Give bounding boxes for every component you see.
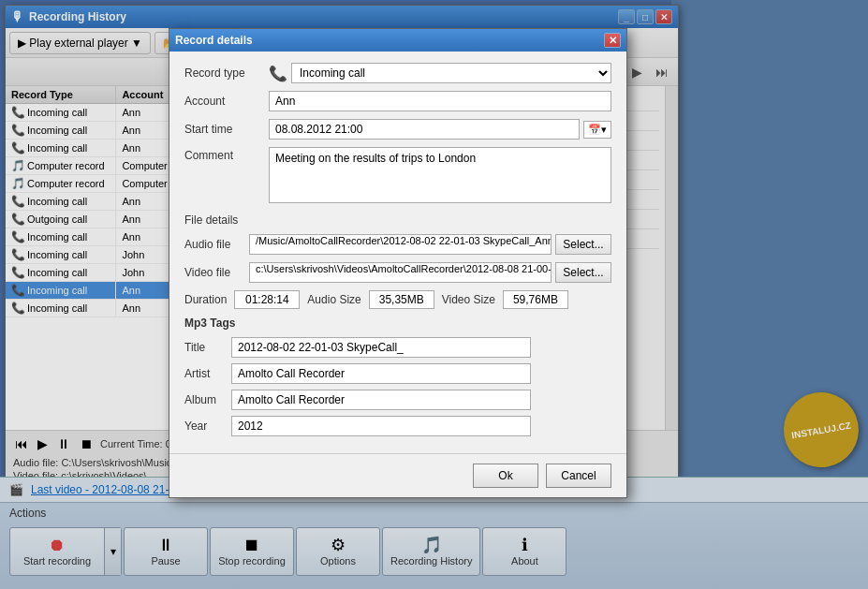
audio-select-button[interactable]: Select...	[555, 234, 611, 255]
dialog-ok-button[interactable]: Ok	[473, 464, 538, 488]
audio-size-value: 35,35MB	[369, 290, 434, 309]
album-row: Album	[184, 390, 611, 410]
audio-size-label: Audio Size	[307, 293, 360, 306]
record-type-control: 📞 Incoming call	[269, 63, 611, 83]
duration-value: 01:28:14	[234, 290, 300, 309]
duration-label: Duration	[184, 293, 227, 306]
mp3-tags-section: Mp3 Tags Title Artist Album Year	[184, 317, 611, 436]
comment-row: Comment Meeting on the results of trips …	[184, 147, 611, 206]
comment-control: Meeting on the results of trips to Londo…	[269, 147, 611, 206]
record-type-label: Record type	[184, 66, 269, 80]
video-file-row: Video file c:\Users\skrivosh\Videos\Amol…	[184, 262, 611, 283]
account-control	[269, 91, 611, 111]
dialog-overlay: Record details ✕ Record type 📞 Incoming …	[0, 0, 868, 589]
video-size-value: 59,76MB	[503, 290, 568, 309]
record-type-row: Record type 📞 Incoming call	[184, 63, 611, 83]
duration-row: Duration 01:28:14 Audio Size 35,35MB Vid…	[184, 290, 611, 309]
artist-row: Artist	[184, 363, 611, 384]
record-details-dialog: Record details ✕ Record type 📞 Incoming …	[169, 28, 627, 498]
video-select-button[interactable]: Select...	[555, 262, 611, 283]
title-row: Title	[184, 337, 611, 358]
record-type-icon: 📞	[269, 65, 287, 82]
audio-file-row: Audio file /Music/AmoltoCallRecorder\201…	[184, 234, 611, 255]
artist-input[interactable]	[231, 363, 531, 384]
account-row: Account	[184, 91, 611, 111]
audio-file-path: /Music/AmoltoCallRecorder\2012-08-02 22-…	[249, 234, 552, 255]
dialog-buttons: Ok Cancel	[169, 453, 626, 497]
dialog-title: Record details	[175, 34, 604, 47]
file-details-label: File details	[184, 214, 611, 227]
year-row: Year	[184, 416, 611, 436]
year-label: Year	[184, 420, 231, 433]
comment-textarea[interactable]: Meeting on the results of trips to Londo…	[269, 147, 611, 203]
album-label: Album	[184, 393, 231, 406]
record-type-select[interactable]: Incoming call	[291, 63, 611, 83]
video-file-path: c:\Users\skrivosh\Videos\AmoltoCallRecor…	[249, 262, 552, 283]
start-time-row: Start time 📅▾	[184, 119, 611, 140]
dialog-cancel-button[interactable]: Cancel	[546, 464, 611, 488]
dialog-close-button[interactable]: ✕	[604, 33, 621, 48]
start-time-input[interactable]	[269, 119, 580, 140]
album-input[interactable]	[231, 390, 531, 410]
title-label: Title	[184, 341, 231, 354]
comment-label: Comment	[184, 147, 269, 162]
year-input[interactable]	[231, 416, 531, 436]
dialog-titlebar: Record details ✕	[169, 29, 626, 52]
mp3-tags-label: Mp3 Tags	[184, 317, 611, 330]
account-label: Account	[184, 95, 269, 108]
account-input[interactable]	[269, 91, 611, 111]
start-time-label: Start time	[184, 123, 269, 136]
dialog-content: Record type 📞 Incoming call Account	[169, 52, 626, 453]
calendar-btn[interactable]: 📅▾	[583, 121, 611, 139]
artist-label: Artist	[184, 367, 231, 380]
file-details-section: File details Audio file /Music/AmoltoCal…	[184, 214, 611, 309]
audio-file-label: Audio file	[184, 238, 245, 251]
title-input[interactable]	[231, 337, 531, 358]
video-file-label: Video file	[184, 266, 245, 279]
video-size-label: Video Size	[442, 293, 495, 306]
start-time-control: 📅▾	[269, 119, 611, 140]
